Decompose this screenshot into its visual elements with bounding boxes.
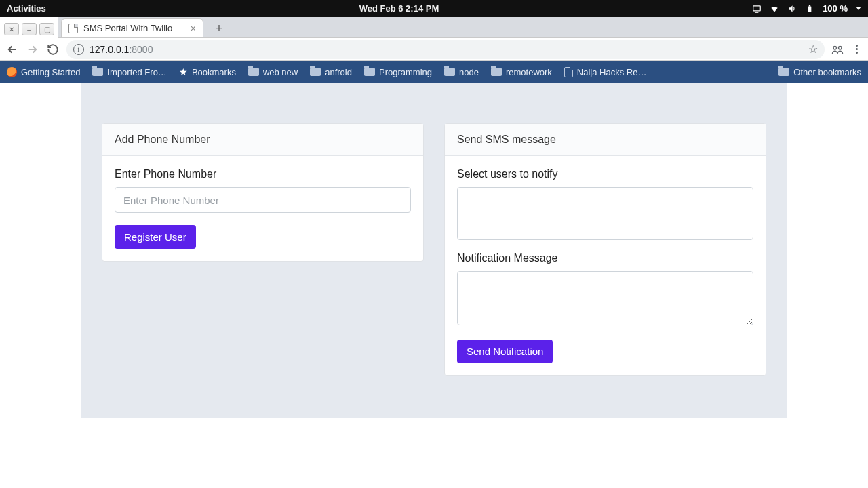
svg-rect-1: [808, 6, 812, 12]
tab-title: SMS Portal With Twillo: [83, 23, 172, 33]
bookmark-label: anfroid: [325, 67, 352, 77]
svg-rect-2: [809, 5, 810, 6]
page-icon: [68, 24, 78, 33]
wifi-icon: [770, 4, 779, 14]
bookmark-item[interactable]: Getting Started: [7, 67, 80, 77]
page-icon: [564, 67, 573, 77]
svg-rect-0: [753, 5, 761, 10]
message-label: Notification Message: [457, 252, 753, 264]
send-sms-card: Send SMS message Select users to notify …: [444, 123, 766, 376]
bookmark-item[interactable]: Programming: [364, 67, 432, 77]
screen-icon: [752, 4, 762, 14]
battery-percent: 100 %: [823, 3, 848, 14]
bookmark-item[interactable]: Naija Hacks Re…: [564, 67, 647, 77]
bookmark-item[interactable]: ★Bookmarks: [179, 66, 236, 77]
folder-icon: [92, 68, 103, 76]
profile-icon[interactable]: [831, 43, 844, 56]
volume-icon: [787, 4, 797, 14]
bookmark-item[interactable]: remotework: [491, 67, 552, 77]
send-notification-button[interactable]: Send Notification: [457, 340, 553, 363]
tab-close-button[interactable]: ×: [191, 23, 196, 34]
bookmark-label: node: [459, 67, 479, 77]
system-top-bar: Activities Wed Feb 6 2:14 PM 100 %: [0, 0, 868, 17]
bookmark-label: Programming: [379, 67, 432, 77]
window-close-button[interactable]: ✕: [4, 23, 19, 35]
site-info-icon[interactable]: i: [73, 44, 84, 55]
message-textarea[interactable]: [457, 271, 753, 325]
url-text: 127.0.0.1:8000: [90, 44, 803, 55]
back-button[interactable]: [5, 43, 19, 56]
folder-icon: [444, 68, 455, 76]
window-minimize-button[interactable]: –: [22, 23, 37, 35]
bookmark-label: remotework: [506, 67, 552, 77]
bookmark-item[interactable]: node: [444, 67, 479, 77]
chevron-down-icon: [856, 7, 861, 10]
folder-icon: [778, 68, 789, 76]
bookmark-star-icon[interactable]: ☆: [808, 43, 818, 56]
forward-button[interactable]: [26, 43, 39, 56]
bookmark-label: Getting Started: [21, 67, 80, 77]
bookmark-label: web new: [263, 67, 298, 77]
system-tray[interactable]: 100 %: [752, 3, 861, 14]
new-tab-button[interactable]: +: [210, 20, 228, 37]
folder-icon: [248, 68, 259, 76]
card-header: Add Phone Number: [102, 124, 423, 156]
svg-point-4: [839, 46, 842, 49]
phone-input[interactable]: [115, 187, 411, 213]
bookmarks-bar: Getting StartedImported Fro…★Bookmarkswe…: [0, 61, 868, 83]
other-bookmarks[interactable]: Other bookmarks: [778, 67, 861, 77]
users-select[interactable]: [457, 187, 753, 240]
page-viewport: Add Phone Number Enter Phone Number Regi…: [0, 83, 868, 418]
bookmark-label: Bookmarks: [192, 67, 236, 77]
titlebar: ✕ – ▢ SMS Portal With Twillo × +: [0, 17, 868, 38]
system-clock: Wed Feb 6 2:14 PM: [46, 3, 752, 14]
battery-icon: [805, 4, 814, 14]
firefox-icon: [7, 67, 17, 77]
register-user-button[interactable]: Register User: [115, 225, 196, 249]
bookmark-label: Imported Fro…: [107, 67, 166, 77]
window-controls: ✕ – ▢: [0, 20, 58, 38]
bookmark-item[interactable]: web new: [248, 67, 298, 77]
phone-label: Enter Phone Number: [115, 168, 411, 180]
bookmark-item[interactable]: Imported Fro…: [92, 67, 166, 77]
tab-bar: SMS Portal With Twillo × +: [58, 17, 868, 38]
activities-button[interactable]: Activities: [7, 3, 46, 14]
window-maximize-button[interactable]: ▢: [39, 23, 54, 35]
menu-button[interactable]: [850, 43, 863, 56]
svg-point-3: [833, 46, 837, 49]
folder-icon: [491, 68, 502, 76]
folder-icon: [310, 68, 321, 76]
star-icon: ★: [179, 66, 188, 77]
reload-button[interactable]: [46, 43, 60, 56]
card-header: Send SMS message: [445, 124, 766, 156]
browser-tab[interactable]: SMS Portal With Twillo ×: [61, 18, 203, 37]
divider: [766, 66, 766, 78]
bookmark-label: Naija Hacks Re…: [577, 67, 647, 77]
address-bar[interactable]: i 127.0.0.1:8000 ☆: [66, 40, 825, 59]
users-label: Select users to notify: [457, 168, 753, 180]
bookmark-item[interactable]: anfroid: [310, 67, 352, 77]
add-phone-card: Add Phone Number Enter Phone Number Regi…: [102, 123, 424, 262]
folder-icon: [364, 68, 375, 76]
page-container: Add Phone Number Enter Phone Number Regi…: [81, 83, 787, 418]
toolbar: i 127.0.0.1:8000 ☆: [0, 38, 868, 61]
